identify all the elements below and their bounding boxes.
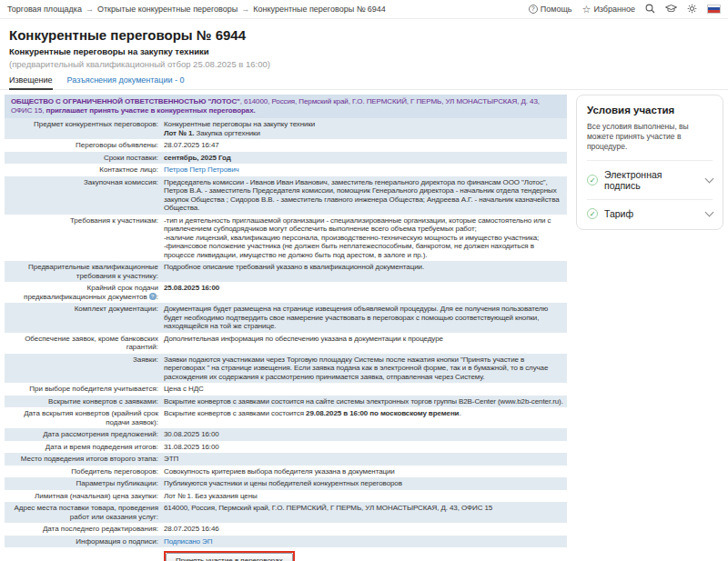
check-circle-icon: ✓	[587, 175, 598, 185]
row-value: Подписано ЭП	[164, 536, 567, 547]
breadcrumb-separator: →	[86, 5, 94, 14]
value-text: Подробное описание требований указано в …	[164, 263, 424, 271]
chevron-down-icon	[705, 208, 714, 217]
tab-clarifications[interactable]: Разъяснения документации - 0	[67, 75, 185, 89]
row-value: Конкурентные переговоры на закупку техни…	[164, 119, 567, 138]
value-text: 28.07.2025 16:46	[164, 525, 219, 533]
row-winner: Победитель переговоров:Совокупность крит…	[5, 466, 567, 478]
row-label: Обеспечение заявок, кроме банковских гар…	[5, 334, 164, 353]
participation-title: Условия участия	[587, 105, 713, 115]
row-value: Дополнительная информация по обеспечению…	[164, 334, 567, 353]
row-value: 28.07.2025 16:47	[164, 140, 567, 151]
participation-conditions-card: Условия участия Все условия выполнены, в…	[576, 95, 723, 230]
value-text: Цена с НДС	[164, 385, 204, 393]
row-value: сентябрь, 2025 Год	[164, 153, 567, 164]
row-participate: Принять участие в переговорах	[5, 547, 567, 561]
value-text: Дополнительная информация по обеспечению…	[164, 335, 443, 343]
row-bids: Заявки:Заявки подаются участниками через…	[5, 354, 567, 384]
breadcrumb-item[interactable]: Открытые конкурентные переговоры	[97, 5, 238, 14]
tab-notice[interactable]: Извещение	[9, 75, 53, 90]
prequalification-note: (предварительный квалификационный отбор …	[9, 59, 719, 69]
row-label: Победитель переговоров:	[5, 466, 164, 477]
row-value: ЭТП	[164, 454, 567, 465]
row-label: При выборе победителя учитывается:	[5, 384, 164, 395]
row-label: Сроки поставки:	[5, 153, 164, 164]
row-envelope-opening-date: Дата вскрытия конвертов (крайний срок по…	[5, 407, 567, 428]
search-icon	[645, 4, 655, 14]
organizer-invitation: ОБЩЕСТВО С ОГРАНИЧЕННОЙ ОТВЕТСТВЕННОСТЬЮ…	[5, 95, 567, 118]
row-label: Предварительные квалификационные требова…	[5, 262, 164, 281]
value-text: ОБЩЕСТВО С ОГРАНИЧЕННОЙ ОТВЕТСТВЕННОСТЬЮ…	[11, 97, 240, 105]
row-label: Лимитная (начальная) цена закупки:	[5, 491, 164, 502]
row-results-date: Дата и время подведения итогов:31.08.202…	[5, 441, 567, 454]
row-delivery-address: Адрес места поставки товара, проведения …	[5, 502, 567, 523]
favorites-button[interactable]: ☆ Избранное	[582, 5, 636, 14]
tab-bar: ИзвещениеРазъяснения документации - 0	[0, 69, 728, 90]
row-label: Требования к участникам:	[5, 215, 164, 261]
education-button[interactable]	[665, 5, 677, 14]
value-text: приглашает принять участие в конкурентны…	[46, 106, 256, 115]
value-text: Совокупность критериев выбора победителя…	[164, 467, 395, 476]
row-label: Крайний срок подачи предквалификационных…	[5, 283, 164, 302]
row-proposals-review-date: Дата рассмотрения предложений:30.08.2025…	[5, 428, 567, 441]
condition-electronic-signature[interactable]: ✓Электронная подпись	[587, 160, 713, 199]
breadcrumb-item[interactable]: Торговая площадка	[7, 5, 82, 14]
value-text: -тип и деятельность приглашаемой организ…	[164, 216, 551, 234]
value-text: Председатель комиссии - Иванов Иван Иван…	[164, 178, 560, 213]
value-text: Лот № 1.	[164, 129, 194, 137]
language-flag-ru[interactable]	[707, 5, 721, 14]
value-text: Закупка оргтехники	[194, 129, 259, 137]
value-text: .	[459, 409, 460, 417]
value-text: -наличие лицензий, квалификацию персонал…	[164, 234, 539, 242]
signed-ep-link[interactable]: Подписано ЭП	[164, 537, 212, 546]
row-label: Дата последнего редактирования:	[5, 524, 164, 535]
row-label: Переговоры объявлены:	[5, 140, 164, 151]
row-label: Вскрытие конвертов с заявками:	[5, 396, 164, 407]
page-title: Конкурентные переговоры № 6944	[9, 27, 719, 43]
participation-description: Все условия выполнены, вы можете принять…	[587, 122, 713, 152]
row-documentation-package: Комплект документации:Документация будет…	[5, 303, 567, 333]
value-text: Вскрытие конвертов с заявками состоится …	[164, 397, 563, 406]
search-button[interactable]	[645, 4, 655, 14]
details-table: ОБЩЕСТВО С ОГРАНИЧЕННОЙ ОТВЕТСТВЕННОСТЬЮ…	[5, 95, 567, 561]
procedure-subject: Конкурентные переговоры на закупку техни…	[9, 46, 719, 56]
row-value: Совокупность критериев выбора победителя…	[164, 466, 567, 477]
row-value: Председатель комиссии - Иванов Иван Иван…	[164, 177, 567, 214]
row-value: Вскрытие конвертов с заявками состоится …	[164, 408, 567, 427]
breadcrumb-separator: →	[241, 5, 249, 14]
page-header: Конкурентные переговоры № 6944 Конкурент…	[0, 19, 728, 69]
condition-tariff[interactable]: ✓Тариф	[587, 199, 713, 227]
settings-button[interactable]	[687, 4, 697, 14]
row-last-edit-date: Дата последнего редактирования:28.07.202…	[5, 523, 567, 536]
value-text: Заявки подаются участниками через Торгов…	[164, 356, 548, 381]
condition-label: Электронная подпись	[604, 169, 700, 191]
row-label: Дата рассмотрения предложений:	[5, 429, 164, 440]
row-signature-info: Информация о подписи:Подписано ЭП	[5, 536, 567, 548]
contact-person-link[interactable]: Петров Петр Петрович	[164, 165, 239, 174]
help-button[interactable]: ? Помощь	[529, 5, 572, 14]
row-winner-criteria: При выборе победителя учитывается:Цена с…	[5, 383, 567, 396]
row-label: Заявки:	[5, 355, 164, 383]
participate-button[interactable]: Принять участие в переговорах	[166, 553, 293, 561]
row-value: Лот № 1. Без указания цены	[164, 491, 567, 502]
row-value: Вскрытие конвертов с заявками состоится …	[164, 396, 567, 407]
help-tooltip-icon[interactable]: ?	[149, 293, 157, 300]
row-value: Подробное описание требований указано в …	[164, 262, 567, 281]
value-text: Вскрытие конвертов с заявками состоится	[164, 409, 306, 417]
value-text: ЭТП	[164, 455, 178, 463]
row-label: Информация о подписи:	[5, 536, 164, 547]
row-label: Параметры публикации:	[5, 478, 164, 489]
row-envelope-opening: Вскрытие конвертов с заявками:Вскрытие к…	[5, 396, 567, 408]
row-contact-person: Контактное лицо:Петров Петр Петрович	[5, 164, 567, 176]
row-label: Место подведения итогов второго этапа:	[5, 454, 164, 465]
value-text: 25.08.2025 16:00	[164, 284, 219, 292]
top-bar: Торговая площадка→Открытые конкурентные …	[0, 0, 728, 19]
sidebar: Условия участия Все условия выполнены, в…	[576, 95, 723, 230]
value-text: 614000, Россия, Пермский край, Г.О. ПЕРМ…	[164, 504, 492, 512]
value-text: сентябрь, 2025 Год	[164, 154, 231, 162]
condition-label: Тариф	[604, 208, 633, 219]
row-prequalification-requirements: Предварительные квалификационные требова…	[5, 261, 567, 282]
row-label: Предмет конкурентных переговоров:	[5, 119, 164, 138]
graduation-cap-icon	[665, 5, 677, 14]
row-bid-security: Обеспечение заявок, кроме банковских гар…	[5, 333, 567, 354]
